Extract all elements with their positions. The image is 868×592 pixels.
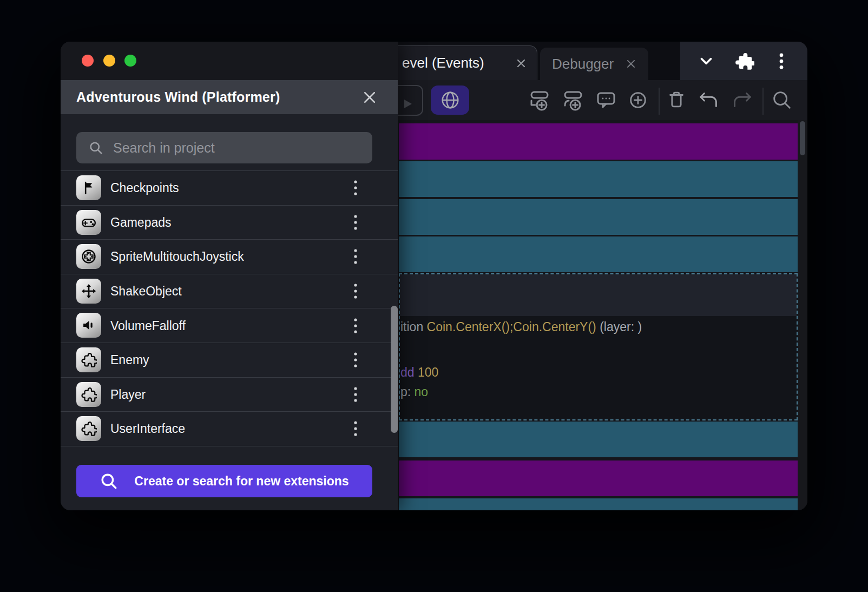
item-menu-button[interactable] — [347, 246, 364, 267]
create-search-extensions-button[interactable]: Create or search for new extensions — [76, 465, 372, 497]
action-param-value: no — [415, 385, 429, 399]
action-operator: dd — [400, 365, 415, 379]
app-window: evel (Events) Debugger — [61, 42, 807, 510]
tab-label: Debugger — [552, 56, 614, 73]
list-item-label: Enemy — [110, 353, 149, 367]
extensions-list: Checkpoints Gamepads SpriteMultitouchJoy… — [61, 170, 398, 446]
tab-debugger[interactable]: Debugger — [540, 48, 648, 80]
event-condition-area — [400, 274, 797, 316]
zoom-window-button[interactable] — [124, 55, 136, 67]
list-item-label: ShakeObject — [110, 284, 182, 299]
search-icon — [100, 472, 118, 490]
search-icon — [88, 140, 103, 155]
events-scrollbar-track[interactable] — [798, 120, 807, 510]
tab-level-events[interactable]: evel (Events) — [390, 45, 537, 80]
action-expression: Coin.CenterX();Coin.CenterY() — [427, 320, 596, 334]
move-arrows-icon — [76, 279, 101, 304]
puzzle-icon[interactable] — [732, 49, 756, 73]
event-row[interactable] — [399, 422, 798, 457]
dropdown-arrow-icon — [404, 100, 412, 108]
add-circle-icon[interactable] — [625, 87, 651, 113]
list-item-checkpoints[interactable]: Checkpoints — [61, 171, 398, 206]
list-item-label: Player — [110, 387, 146, 402]
list-item-spritemultitouchjoystick[interactable]: SpriteMultitouchJoystick — [61, 240, 398, 274]
chevron-down-icon[interactable] — [694, 49, 718, 73]
toolbar-divider — [762, 88, 764, 115]
event-row[interactable] — [399, 498, 798, 510]
list-item-label: UserInterface — [110, 422, 185, 436]
selected-event[interactable] — [399, 273, 798, 420]
close-icon[interactable] — [624, 57, 637, 70]
tab-label: evel (Events) — [402, 55, 484, 71]
window-controls-section — [680, 42, 807, 80]
joystick-icon — [76, 244, 101, 269]
item-menu-button[interactable] — [347, 177, 364, 199]
panel-title: Adventurous Wind (Platformer) — [76, 89, 280, 105]
toolbar-divider — [659, 88, 660, 115]
desktop: evel (Events) Debugger — [0, 0, 868, 592]
event-row[interactable] — [399, 123, 798, 160]
search-icon[interactable] — [769, 87, 795, 113]
flag-icon — [76, 175, 101, 200]
list-item-label: Checkpoints — [110, 181, 179, 195]
item-menu-button[interactable] — [347, 418, 364, 439]
project-manager-panel: Adventurous Wind (Platformer) Checkpoint… — [61, 42, 398, 510]
action-value: 100 — [418, 365, 438, 379]
event-action-text: p: no — [400, 384, 428, 399]
panel-scrollbar-thumb[interactable] — [391, 306, 398, 433]
event-row[interactable] — [399, 199, 798, 235]
globe-icon — [439, 89, 462, 111]
list-item-userinterface[interactable]: UserInterface — [61, 412, 398, 446]
close-icon[interactable] — [515, 57, 528, 70]
kebab-menu-icon[interactable] — [770, 49, 793, 73]
list-item-volumefalloff[interactable]: VolumeFalloff — [61, 308, 398, 343]
button-label: Create or search for new extensions — [134, 474, 348, 489]
speaker-icon — [76, 313, 101, 338]
events-scrollbar-thumb[interactable] — [800, 121, 805, 155]
puzzle-icon — [76, 382, 101, 407]
event-row[interactable] — [399, 236, 798, 272]
redo-icon[interactable] — [728, 87, 754, 113]
search-input[interactable] — [113, 140, 365, 156]
item-menu-button[interactable] — [347, 212, 364, 233]
close-icon — [361, 89, 378, 106]
list-item-gamepads[interactable]: Gamepads — [61, 206, 398, 240]
undo-icon[interactable] — [696, 87, 722, 113]
action-param-label: p: — [400, 385, 415, 399]
list-item-player[interactable]: Player — [61, 378, 398, 412]
puzzle-icon — [76, 347, 101, 372]
comment-icon[interactable] — [593, 87, 619, 113]
event-action-text: dd 100 — [400, 365, 438, 380]
item-menu-button[interactable] — [347, 280, 364, 302]
close-panel-button[interactable] — [361, 89, 378, 106]
project-search[interactable] — [76, 132, 372, 163]
panel-header: Adventurous Wind (Platformer) — [61, 80, 398, 114]
list-item-label: VolumeFalloff — [110, 318, 186, 333]
minimize-window-button[interactable] — [103, 55, 115, 67]
puzzle-icon — [76, 416, 101, 441]
list-item-label: Gamepads — [110, 215, 172, 229]
trash-icon[interactable] — [663, 87, 689, 113]
event-action-text: ition Coin.CenterX();Coin.CenterY() (lay… — [400, 319, 642, 334]
list-item-enemy[interactable]: Enemy — [61, 343, 398, 378]
event-row[interactable] — [399, 461, 798, 496]
action-text-suffix: (layer: ) — [596, 320, 642, 334]
window-titlebar — [61, 42, 398, 80]
action-text-prefix: ition — [400, 320, 427, 334]
close-window-button[interactable] — [82, 55, 94, 67]
item-menu-button[interactable] — [347, 315, 364, 337]
item-menu-button[interactable] — [347, 384, 364, 405]
event-row[interactable] — [399, 161, 798, 197]
add-event-icon[interactable] — [527, 87, 553, 113]
gamepad-icon — [76, 210, 101, 235]
item-menu-button[interactable] — [347, 349, 364, 371]
list-item-label: SpriteMultitouchJoystick — [110, 249, 244, 264]
add-subevent-icon[interactable] — [560, 87, 586, 113]
list-item-shakeobject[interactable]: ShakeObject — [61, 274, 398, 309]
globe-button[interactable] — [431, 85, 469, 115]
